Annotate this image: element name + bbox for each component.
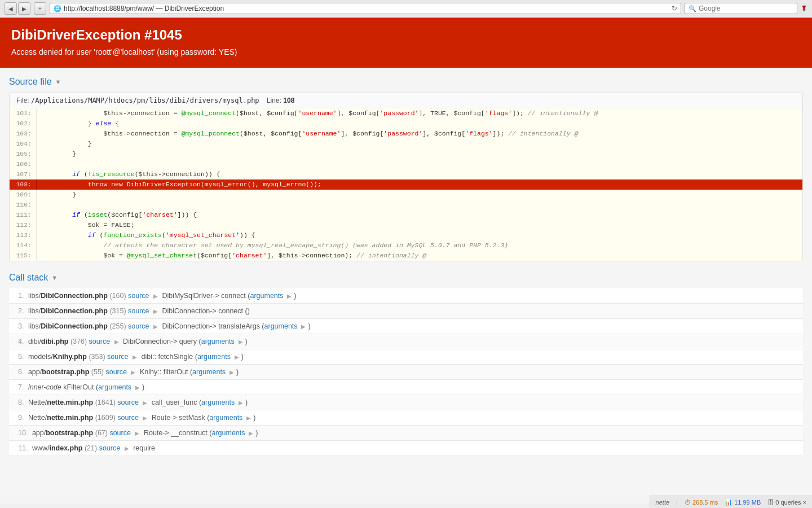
- callstack-args-arrow-4: ▶: [237, 339, 243, 345]
- callstack-lineno-6: (55): [91, 368, 106, 376]
- callstack-args-5[interactable]: arguments: [197, 353, 231, 361]
- callstack-num-7: 7.: [18, 383, 24, 391]
- call-stack-title: Call stack: [9, 273, 48, 283]
- database-icon: 🗄: [767, 499, 774, 504]
- callstack-method-7: kFilterOut (: [63, 383, 98, 391]
- callstack-method-4: DibiConnection-> query (: [123, 338, 201, 345]
- callstack-lineno-2: (315): [109, 307, 128, 315]
- callstack-args-10[interactable]: arguments: [211, 429, 245, 437]
- callstack-method-5: dibi:: fetchSingle (: [142, 353, 197, 361]
- callstack-args-8[interactable]: arguments: [201, 398, 235, 406]
- callstack-italic-7: inner-code: [28, 383, 61, 391]
- line-num-108: 108:: [10, 179, 37, 190]
- callstack-path-4: dibi/dibi.php: [28, 338, 69, 345]
- callstack-item-7: 7. inner-code kFilterOut (arguments ▶): [9, 380, 803, 395]
- callstack-args-3[interactable]: arguments: [264, 322, 298, 330]
- code-line-114: 114: // affects the character set used b…: [10, 240, 802, 251]
- callstack-path-9: Nette/nette.min.php: [28, 414, 93, 422]
- callstack-args-arrow-7: ▶: [134, 384, 140, 391]
- callstack-arrow-9: ▶: [143, 415, 147, 421]
- file-label: File:: [16, 97, 31, 104]
- clock-icon: ⏱: [685, 499, 691, 504]
- code-line-110: 110:: [10, 200, 802, 210]
- source-file-collapse-icon[interactable]: ▼: [55, 78, 61, 85]
- footer-memory: 11.99 MB: [734, 499, 761, 504]
- reload-button[interactable]: ↻: [672, 5, 677, 12]
- callstack-lineno-5: (353): [89, 353, 107, 361]
- footer-queries-stat: 🗄 0 queries ×: [767, 499, 806, 504]
- callstack-method-9: Route-> setMask (: [152, 414, 209, 422]
- callstack-path-1: libs/DibiConnection.php: [28, 292, 108, 300]
- line-num-107: 107:: [10, 169, 37, 179]
- footer-time: 268.5 ms: [692, 499, 718, 504]
- code-line-108: 108: throw new DibiDriverException(mysql…: [10, 179, 802, 190]
- callstack-args-7[interactable]: arguments: [98, 383, 131, 391]
- add-tab-button[interactable]: +: [34, 2, 46, 15]
- address-bar[interactable]: [64, 5, 669, 12]
- callstack-source-8[interactable]: source: [117, 398, 139, 406]
- code-line-111: 111: if (isset($config['charset'])) {: [10, 210, 802, 220]
- code-content-115: $ok = @mysql_set_charset($config['charse…: [37, 251, 802, 261]
- error-title: DibiDriverException #1045: [11, 27, 801, 43]
- callstack-args-arrow-6: ▶: [228, 369, 234, 375]
- callstack-source-9[interactable]: source: [117, 414, 139, 422]
- footer-memory-stat: 📊 11.99 MB: [725, 498, 761, 503]
- callstack-source-10[interactable]: source: [109, 429, 131, 437]
- line-num-114: 114:: [10, 240, 37, 251]
- code-line-115: 115: $ok = @mysql_set_charset($config['c…: [10, 251, 802, 261]
- callstack-num-11: 11.: [18, 444, 28, 452]
- error-message: Access denied for user 'roott'@'localhos…: [11, 47, 801, 56]
- callstack-path-5: models/Knihy.php: [28, 353, 87, 361]
- callstack-args-arrow-5: ▶: [233, 354, 239, 360]
- callstack-method-1: DibiMySqlDriver-> connect (: [162, 292, 250, 300]
- footer-logo: nette: [656, 499, 669, 504]
- dropdown-arrow[interactable]: ▼: [801, 3, 807, 11]
- source-file-title: Source file: [9, 77, 52, 87]
- memory-icon: 📊: [725, 498, 732, 503]
- callstack-args-arrow-10: ▶: [248, 430, 254, 436]
- callstack-args-9[interactable]: arguments: [209, 414, 242, 422]
- line-num-115: 115:: [10, 251, 37, 261]
- code-content-103: $this->connection = @mysql_pconnect($hos…: [37, 129, 802, 139]
- callstack-item-8: 8. Nette/nette.min.php (1641) source ▶ c…: [9, 395, 803, 410]
- source-file-header: Source file ▼: [9, 77, 803, 87]
- callstack-method-2: DibiConnection-> connect (): [162, 307, 250, 315]
- call-stack-header: Call stack ▼: [9, 273, 803, 283]
- callstack-source-4[interactable]: source: [89, 338, 111, 345]
- callstack-source-6[interactable]: source: [105, 368, 127, 376]
- callstack-args-arrow-3: ▶: [300, 323, 306, 330]
- footer-separator-1: |: [676, 499, 678, 504]
- search-input[interactable]: [699, 5, 793, 12]
- code-content-108: throw new DibiDriverException(mysql_erro…: [37, 179, 802, 190]
- forward-button[interactable]: ▶: [18, 2, 30, 15]
- code-content-112: $ok = FALSE;: [37, 220, 802, 230]
- browser-toolbar: ◀ ▶ + 🌐 ↻ 🔍 ⬇: [0, 0, 812, 17]
- callstack-num-9: 9.: [18, 414, 24, 422]
- callstack-source-11[interactable]: source: [99, 444, 121, 452]
- callstack-item-5: 5. models/Knihy.php (353) source ▶ dibi:…: [9, 349, 803, 365]
- callstack-args-1[interactable]: arguments: [250, 292, 283, 300]
- callstack-arrow-3: ▶: [153, 323, 158, 330]
- callstack-arrow-1: ▶: [153, 293, 158, 299]
- callstack-args-6[interactable]: arguments: [192, 368, 226, 376]
- code-line-107: 107: if (!is_resource($this->connection)…: [10, 169, 802, 179]
- line-num-110: 110:: [10, 200, 37, 210]
- call-stack-collapse-icon[interactable]: ▼: [51, 274, 58, 281]
- callstack-source-3[interactable]: source: [128, 322, 149, 330]
- callstack-arrow-11: ▶: [125, 445, 129, 452]
- source-file-box: File: /Applications/MAMP/htdocs/pm/libs/…: [9, 93, 803, 261]
- code-line-109: 109: }: [10, 190, 802, 200]
- callstack-num-8: 8.: [18, 398, 24, 406]
- callstack-source-1[interactable]: source: [128, 292, 149, 300]
- footer-bar: nette | ⏱ 268.5 ms 📊 11.99 MB 🗄 0 querie…: [650, 496, 812, 503]
- callstack-source-5[interactable]: source: [107, 353, 129, 361]
- callstack-item-4: 4. dibi/dibi.php (376) source ▶ DibiConn…: [9, 334, 803, 349]
- callstack-source-2[interactable]: source: [128, 307, 149, 315]
- callstack-method-3: DibiConnection-> translateArgs (: [162, 322, 264, 330]
- back-button[interactable]: ◀: [5, 2, 17, 15]
- code-line-101: 101: $this->connection = @mysql_connect(…: [10, 108, 802, 119]
- callstack-args-4[interactable]: arguments: [201, 338, 235, 345]
- code-content-106: [37, 159, 802, 169]
- callstack-path-11: www/index.php: [32, 444, 83, 452]
- callstack-arrow-6: ▶: [131, 369, 135, 375]
